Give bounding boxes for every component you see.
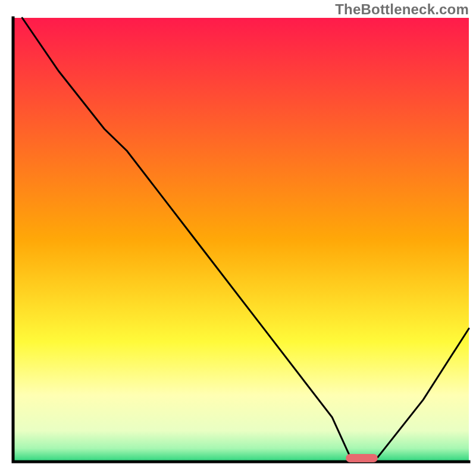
chart-container: TheBottleneck.com (0, 0, 476, 476)
bottleneck-chart (0, 0, 476, 476)
optimal-range-marker (346, 454, 378, 462)
gradient-background (13, 18, 469, 462)
